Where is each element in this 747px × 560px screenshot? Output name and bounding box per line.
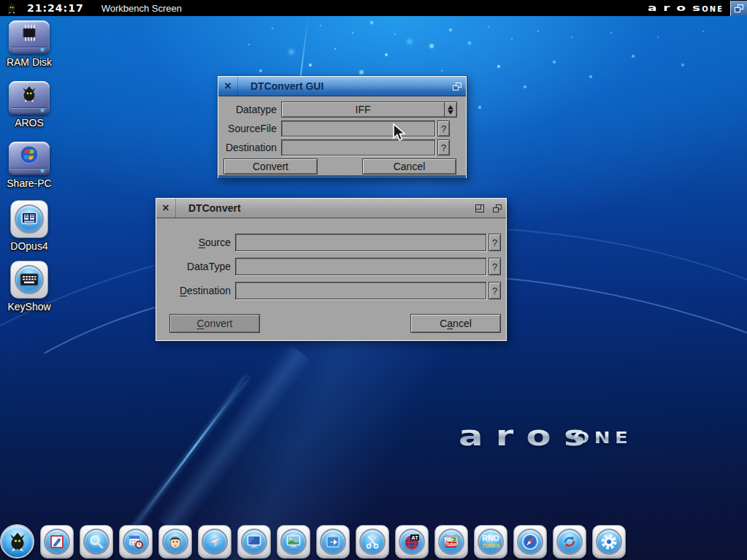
desktop-icon-ram-disk[interactable]: RAM Disk (1, 20, 58, 68)
picture-icon (286, 534, 302, 550)
window-dtconvert-gui: × DTConvert GUI Datatype IFF SourceFile … (218, 76, 467, 178)
dock-item-paper-plane[interactable] (198, 525, 231, 559)
rno-tunes-icon: RNO TUNES (480, 531, 502, 553)
icon-label: Share-PC (1, 177, 58, 189)
dock-item-sync[interactable] (553, 525, 586, 559)
up-arrow-icon (448, 105, 453, 110)
logo-aros-text: aros (647, 3, 706, 13)
svg-text:AT: AT (411, 534, 418, 540)
screen-title: Workbench Screen (101, 3, 182, 14)
desktop-icon-keyshow[interactable]: KeyShow (1, 261, 58, 312)
window-titlebar[interactable]: × DTConvert GUI (218, 77, 466, 96)
dock-item-guide-face[interactable] (158, 525, 192, 559)
window-body: Datatype IFF SourceFile ? Destination ? … (218, 96, 466, 178)
destination-browse-button[interactable]: ? (437, 139, 450, 156)
depth-button[interactable] (448, 77, 466, 96)
logo-one-text: one (573, 429, 632, 447)
desktop-icon-share-pc[interactable]: Share-PC (1, 142, 58, 189)
dock-item-search[interactable] (80, 525, 113, 559)
dock-item-screen-monitor[interactable] (237, 525, 271, 559)
wallpaper-sparkles (0, 16, 1, 18)
datatype-value: IFF (282, 102, 444, 117)
dock-item-scissors[interactable] (356, 525, 389, 559)
window-dtconvert: × DTConvert Source ? DataType ? Destinat… (156, 198, 507, 341)
sourcefile-input[interactable] (281, 120, 435, 137)
svg-text:RNO: RNO (482, 534, 499, 542)
sourcefile-label: SourceFile (223, 123, 281, 134)
clock: 21:24:17 (27, 2, 84, 14)
svg-text:You: You (444, 537, 453, 542)
cancel-button[interactable]: Cancel (362, 158, 456, 174)
sourcefile-browse-button[interactable]: ? (437, 120, 450, 137)
aros-mascot-icon (20, 84, 39, 104)
datatype-label: DataType (161, 261, 235, 272)
dock-item-picture-viewer[interactable] (277, 525, 310, 559)
arrow-icon (325, 534, 341, 550)
cancel-button[interactable]: Cancel (410, 314, 501, 333)
dock-item-translate-globe[interactable]: AT (395, 525, 429, 559)
dock-item-next-arrow[interactable] (316, 525, 350, 559)
datatype-cycle-gadget[interactable]: IFF (281, 101, 457, 118)
svg-text:TUNES: TUNES (482, 543, 499, 548)
dock-item-web-browser[interactable] (513, 525, 547, 559)
windows-logo-icon (19, 145, 39, 165)
depth-button[interactable] (489, 199, 506, 218)
compass-icon (521, 532, 540, 551)
dock-item-rno-tunes[interactable]: RNO TUNES (474, 525, 507, 559)
convert-button-disabled[interactable]: Convert (169, 314, 260, 333)
aros-one-desktop-logo: aros one (459, 413, 631, 452)
monitor-icon (246, 534, 262, 550)
window-title: DTConvert (188, 202, 241, 214)
destination-input[interactable] (235, 282, 486, 299)
youtube-icon: You Tube (443, 533, 460, 551)
destination-label: Destination (161, 285, 235, 296)
search-icon (88, 534, 104, 550)
zoom-button[interactable] (471, 199, 489, 218)
app-icon (10, 200, 48, 238)
datatype-browse-button[interactable]: ? (489, 258, 501, 275)
svg-text:Tube: Tube (445, 542, 456, 547)
icon-label: RAM Disk (1, 56, 58, 68)
icon-label: KeyShow (1, 301, 58, 312)
datatype-label: Datatype (223, 104, 281, 115)
icon-label: DOpus4 (1, 240, 58, 252)
source-browse-button[interactable]: ? (489, 234, 501, 251)
globe-icon: AT (403, 533, 421, 551)
gear-icon (599, 532, 618, 551)
app-icon (10, 261, 48, 299)
window-title: DTConvert GUI (250, 80, 323, 92)
aros-mascot-icon (5, 1, 18, 15)
screen-titlebar[interactable]: 21:24:17 Workbench Screen aros one (0, 0, 747, 16)
window-body: Source ? DataType ? Destination ? Conver… (156, 218, 506, 340)
convert-button[interactable]: Convert (223, 158, 318, 174)
dock-item-text-editor[interactable] (40, 525, 74, 559)
close-button[interactable]: × (218, 77, 238, 96)
dock-item-settings-gear[interactable] (592, 525, 626, 559)
dock-item-aros-mascot[interactable] (0, 524, 34, 559)
destination-input[interactable] (281, 139, 435, 156)
screen-depth-gadget[interactable] (730, 1, 747, 16)
scissors-icon (364, 534, 380, 550)
close-button[interactable]: × (156, 199, 176, 218)
drive-icon (9, 20, 50, 54)
datatype-input[interactable] (235, 258, 486, 275)
dock-item-youtube[interactable]: You Tube (434, 525, 468, 559)
dock-item-calendar-clock[interactable] (119, 525, 153, 559)
destination-label: Destination (223, 142, 281, 153)
source-input[interactable] (235, 234, 486, 251)
cycle-spinner[interactable] (444, 102, 456, 117)
aros-one-topbar-logo: aros one (654, 1, 724, 15)
calendar-clock-icon (128, 534, 144, 550)
desktop-icon-dopus4[interactable]: DOpus4 (1, 200, 58, 252)
drive-icon (9, 81, 50, 115)
destination-browse-button[interactable]: ? (489, 282, 501, 299)
window-titlebar[interactable]: × DTConvert (156, 199, 506, 218)
sync-arrows-icon (561, 533, 578, 551)
dock: AT You Tube RNO TUNES (0, 524, 626, 559)
face-icon (167, 534, 183, 550)
icon-label: AROS (1, 117, 58, 129)
file-manager-icon (15, 204, 44, 234)
desktop-icon-aros[interactable]: AROS (1, 81, 58, 129)
paper-plane-icon (207, 534, 223, 550)
source-label: Source (161, 237, 235, 248)
